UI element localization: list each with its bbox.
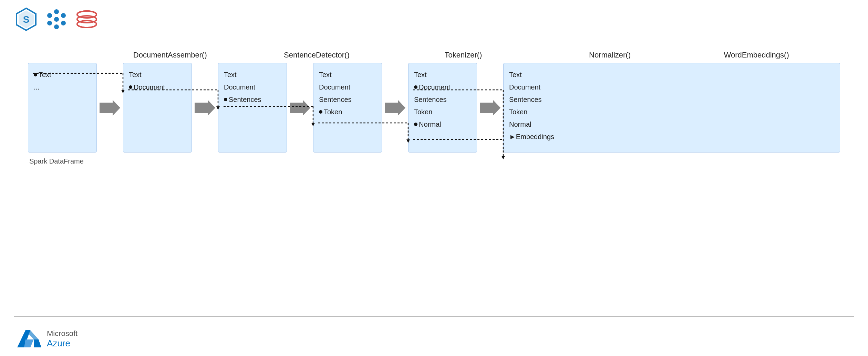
svg-marker-18 xyxy=(100,100,120,116)
gray-arrow-2 xyxy=(195,100,215,116)
label-sentence-detector: SentenceDetector() xyxy=(254,51,380,60)
field-text-1: Text xyxy=(129,70,186,80)
field-text-3: Text xyxy=(319,70,376,80)
box-normalizer: Text Document Sentences Token Normal xyxy=(408,63,477,153)
box-doc-assembler: Text Document xyxy=(123,63,192,153)
field-token-4: Token xyxy=(414,107,471,117)
svg-point-8 xyxy=(47,13,52,18)
arrow-1 xyxy=(97,63,123,153)
field-sentences-5: Sentences xyxy=(509,94,834,105)
label-document-assembler: DocumentAssember() xyxy=(107,51,233,60)
gray-arrow-3 xyxy=(290,100,310,116)
field-document-5: Document xyxy=(509,82,834,92)
box-word-embeddings: Text Document Sentences Token Normal ►Em… xyxy=(503,63,840,153)
field-document-4: Document xyxy=(414,82,471,92)
box-sentence-detector: Text Document Sentences xyxy=(218,63,287,153)
field-document-2: Document xyxy=(224,82,281,92)
field-text-4: Text xyxy=(414,70,471,80)
field-sentences-3: Sentences xyxy=(319,94,376,105)
dot-normal-4 xyxy=(414,123,417,126)
field-text-0: Text xyxy=(34,70,91,80)
arrow-2 xyxy=(192,63,218,153)
azure-label: Azure xyxy=(47,338,78,349)
arrow-3 xyxy=(287,63,313,153)
arrow-4 xyxy=(382,63,408,153)
svg-marker-20 xyxy=(290,100,310,116)
gray-arrow-1 xyxy=(100,100,120,116)
mmlspark-logo xyxy=(74,7,99,32)
svg-marker-22 xyxy=(480,100,500,116)
label-tokenizer: Tokenizer() xyxy=(400,51,526,60)
svg-point-7 xyxy=(47,21,52,25)
svg-point-4 xyxy=(61,13,66,18)
footer: Microsoft Azure xyxy=(14,325,854,349)
page: S DocumentAssember() xyxy=(0,0,868,356)
field-document-1: Document xyxy=(129,82,186,92)
box-tokenizer: Text Document Sentences Token xyxy=(313,63,382,153)
dot-token-3 xyxy=(319,110,322,114)
svg-marker-41 xyxy=(34,339,41,347)
field-document-3: Document xyxy=(319,82,376,92)
field-sentences-4: Sentences xyxy=(414,94,471,105)
spark-dataframe-label: Spark DataFrame xyxy=(28,157,840,165)
field-token-5: Token xyxy=(509,107,834,117)
svg-point-5 xyxy=(61,21,66,25)
field-ellipsis-0: ... xyxy=(34,82,91,92)
svg-point-6 xyxy=(54,24,59,29)
svg-marker-19 xyxy=(195,100,215,116)
databricks-logo xyxy=(44,7,69,32)
svg-text:S: S xyxy=(23,14,30,25)
field-text-2: Text xyxy=(224,70,281,80)
label-word-embeddings: WordEmbeddings() xyxy=(693,51,819,60)
field-text-5: Text xyxy=(509,70,834,80)
header-logos: S xyxy=(14,7,854,32)
gray-arrow-4 xyxy=(385,100,405,116)
microsoft-label: Microsoft xyxy=(47,329,78,338)
svg-marker-21 xyxy=(385,100,405,116)
field-sentences-2: Sentences xyxy=(224,94,281,105)
microsoft-azure-text: Microsoft Azure xyxy=(47,329,78,349)
dot-document-4 xyxy=(414,85,417,89)
azure-logo-icon xyxy=(17,328,41,349)
svg-point-3 xyxy=(54,9,59,14)
spark-logo: S xyxy=(14,7,39,32)
dot-sentences-2 xyxy=(224,98,227,101)
field-token-3: Token xyxy=(319,107,376,117)
pipeline-row: Text ... Text Document xyxy=(28,63,840,153)
field-embeddings-5: ►Embeddings xyxy=(509,132,834,142)
label-normalizer: Normalizer() xyxy=(547,51,673,60)
dot-text-0 xyxy=(34,73,37,76)
pipeline-labels: DocumentAssember() SentenceDetector() To… xyxy=(28,51,840,60)
gray-arrow-5 xyxy=(480,100,500,116)
dot-document-1 xyxy=(129,85,132,89)
svg-point-9 xyxy=(54,17,59,22)
arrow-5 xyxy=(477,63,503,153)
field-normal-4: Normal xyxy=(414,119,471,129)
diagram-container: DocumentAssember() SentenceDetector() To… xyxy=(14,40,854,317)
field-normal-5: Normal xyxy=(509,119,834,129)
svg-marker-42 xyxy=(24,339,34,347)
box-input: Text ... xyxy=(28,63,97,153)
